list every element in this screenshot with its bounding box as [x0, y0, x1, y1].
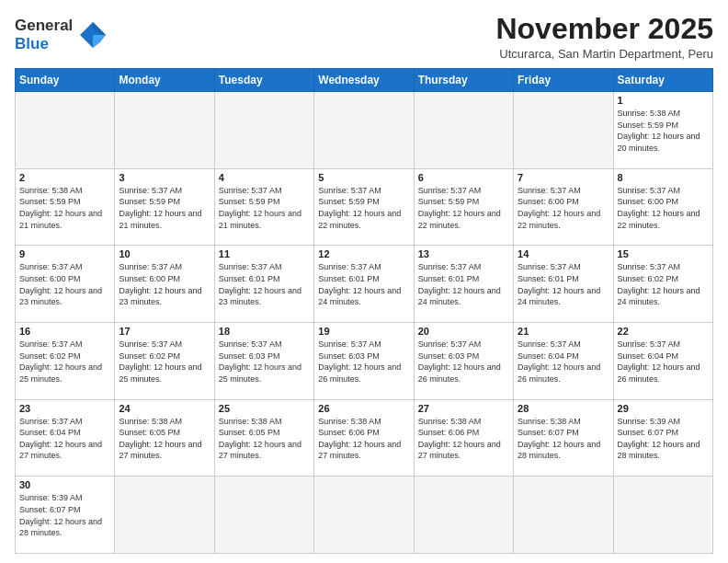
calendar-cell: 12Sunrise: 5:37 AM Sunset: 6:01 PM Dayli…: [314, 246, 414, 323]
logo-general: General: [15, 17, 73, 34]
calendar-week-row: 1Sunrise: 5:38 AM Sunset: 5:59 PM Daylig…: [16, 92, 713, 169]
day-number: 18: [219, 326, 310, 337]
calendar-cell: [214, 92, 313, 169]
day-info: Sunrise: 5:37 AM Sunset: 6:01 PM Dayligh…: [518, 261, 609, 307]
header: General Blue November 2025 Utcurarca, Sa…: [15, 13, 713, 61]
day-info: Sunrise: 5:38 AM Sunset: 6:05 PM Dayligh…: [219, 416, 310, 462]
day-info: Sunrise: 5:37 AM Sunset: 6:00 PM Dayligh…: [618, 185, 709, 231]
calendar-cell: 8Sunrise: 5:37 AM Sunset: 6:00 PM Daylig…: [613, 168, 712, 246]
day-number: 29: [618, 403, 709, 414]
calendar-cell: 11Sunrise: 5:37 AM Sunset: 6:01 PM Dayli…: [214, 246, 313, 323]
day-number: 1: [618, 95, 709, 106]
calendar-cell: 27Sunrise: 5:38 AM Sunset: 6:06 PM Dayli…: [414, 399, 513, 477]
day-number: 20: [418, 326, 509, 337]
day-info: Sunrise: 5:37 AM Sunset: 6:04 PM Dayligh…: [19, 416, 110, 462]
day-info: Sunrise: 5:37 AM Sunset: 5:59 PM Dayligh…: [219, 185, 310, 231]
day-number: 30: [19, 479, 110, 490]
day-info: Sunrise: 5:37 AM Sunset: 6:00 PM Dayligh…: [19, 261, 110, 307]
calendar-cell: 21Sunrise: 5:37 AM Sunset: 6:04 PM Dayli…: [514, 323, 613, 400]
day-number: 11: [219, 248, 310, 259]
svg-marker-2: [93, 35, 106, 48]
day-number: 6: [418, 172, 509, 183]
calendar-cell: 17Sunrise: 5:37 AM Sunset: 6:02 PM Dayli…: [115, 323, 214, 400]
calendar-week-row: 9Sunrise: 5:37 AM Sunset: 6:00 PM Daylig…: [16, 246, 713, 323]
day-info: Sunrise: 5:37 AM Sunset: 6:02 PM Dayligh…: [19, 339, 110, 385]
day-info: Sunrise: 5:37 AM Sunset: 6:00 PM Dayligh…: [119, 261, 210, 307]
day-number: 16: [19, 326, 110, 337]
calendar-cell: [514, 92, 613, 169]
calendar-cell: [314, 92, 414, 169]
calendar-cell: 2Sunrise: 5:38 AM Sunset: 5:59 PM Daylig…: [16, 168, 115, 246]
calendar-week-row: 23Sunrise: 5:37 AM Sunset: 6:04 PM Dayli…: [16, 399, 713, 477]
day-info: Sunrise: 5:39 AM Sunset: 6:07 PM Dayligh…: [19, 492, 110, 538]
day-number: 19: [318, 326, 409, 337]
calendar-cell: [115, 92, 214, 169]
day-header-tuesday: Tuesday: [214, 69, 313, 92]
day-info: Sunrise: 5:37 AM Sunset: 6:03 PM Dayligh…: [418, 339, 509, 385]
calendar-cell: 13Sunrise: 5:37 AM Sunset: 6:01 PM Dayli…: [414, 246, 513, 323]
day-number: 28: [518, 403, 609, 414]
day-info: Sunrise: 5:38 AM Sunset: 6:06 PM Dayligh…: [318, 416, 409, 462]
day-number: 22: [618, 326, 709, 337]
day-number: 7: [518, 172, 609, 183]
day-info: Sunrise: 5:37 AM Sunset: 6:00 PM Dayligh…: [518, 185, 609, 231]
calendar-cell: 4Sunrise: 5:37 AM Sunset: 5:59 PM Daylig…: [214, 168, 313, 246]
calendar-cell: [514, 477, 613, 554]
calendar-cell: 22Sunrise: 5:37 AM Sunset: 6:04 PM Dayli…: [613, 323, 712, 400]
logo: General Blue: [15, 17, 109, 52]
day-header-saturday: Saturday: [613, 69, 712, 92]
calendar-cell: 6Sunrise: 5:37 AM Sunset: 5:59 PM Daylig…: [414, 168, 513, 246]
day-number: 9: [19, 248, 110, 259]
calendar-cell: 3Sunrise: 5:37 AM Sunset: 5:59 PM Daylig…: [115, 168, 214, 246]
day-number: 4: [219, 172, 310, 183]
calendar-cell: 15Sunrise: 5:37 AM Sunset: 6:02 PM Dayli…: [613, 246, 712, 323]
logo-icon: [76, 18, 109, 52]
day-info: Sunrise: 5:37 AM Sunset: 6:02 PM Dayligh…: [618, 261, 709, 307]
title-block: November 2025 Utcurarca, San Martin Depa…: [495, 13, 713, 61]
calendar-header-row: SundayMondayTuesdayWednesdayThursdayFrid…: [16, 69, 713, 92]
calendar-cell: 16Sunrise: 5:37 AM Sunset: 6:02 PM Dayli…: [16, 323, 115, 400]
day-info: Sunrise: 5:38 AM Sunset: 6:07 PM Dayligh…: [518, 416, 609, 462]
day-header-friday: Friday: [514, 69, 613, 92]
day-info: Sunrise: 5:37 AM Sunset: 5:59 PM Dayligh…: [418, 185, 509, 231]
calendar-cell: [214, 477, 313, 554]
calendar-cell: 5Sunrise: 5:37 AM Sunset: 5:59 PM Daylig…: [314, 168, 414, 246]
calendar-cell: 7Sunrise: 5:37 AM Sunset: 6:00 PM Daylig…: [514, 168, 613, 246]
calendar-cell: 1Sunrise: 5:38 AM Sunset: 5:59 PM Daylig…: [613, 92, 712, 169]
day-header-monday: Monday: [115, 69, 214, 92]
day-info: Sunrise: 5:37 AM Sunset: 6:04 PM Dayligh…: [618, 339, 709, 385]
month-title: November 2025: [495, 13, 713, 45]
day-number: 26: [318, 403, 409, 414]
day-number: 24: [119, 403, 210, 414]
calendar-cell: [414, 477, 513, 554]
day-info: Sunrise: 5:37 AM Sunset: 6:01 PM Dayligh…: [219, 261, 310, 307]
day-number: 8: [618, 172, 709, 183]
day-info: Sunrise: 5:37 AM Sunset: 6:02 PM Dayligh…: [119, 339, 210, 385]
calendar-cell: 28Sunrise: 5:38 AM Sunset: 6:07 PM Dayli…: [514, 399, 613, 477]
day-info: Sunrise: 5:38 AM Sunset: 6:06 PM Dayligh…: [418, 416, 509, 462]
day-number: 13: [418, 248, 509, 259]
calendar-cell: 29Sunrise: 5:39 AM Sunset: 6:07 PM Dayli…: [613, 399, 712, 477]
day-number: 23: [19, 403, 110, 414]
calendar-cell: 23Sunrise: 5:37 AM Sunset: 6:04 PM Dayli…: [16, 399, 115, 477]
day-number: 15: [618, 248, 709, 259]
day-number: 14: [518, 248, 609, 259]
day-info: Sunrise: 5:37 AM Sunset: 6:03 PM Dayligh…: [318, 339, 409, 385]
day-number: 25: [219, 403, 310, 414]
calendar-cell: 26Sunrise: 5:38 AM Sunset: 6:06 PM Dayli…: [314, 399, 414, 477]
calendar-cell: [16, 92, 115, 169]
day-header-wednesday: Wednesday: [314, 69, 414, 92]
day-info: Sunrise: 5:37 AM Sunset: 5:59 PM Dayligh…: [318, 185, 409, 231]
day-info: Sunrise: 5:39 AM Sunset: 6:07 PM Dayligh…: [618, 416, 709, 462]
day-number: 12: [318, 248, 409, 259]
calendar-cell: 20Sunrise: 5:37 AM Sunset: 6:03 PM Dayli…: [414, 323, 513, 400]
day-info: Sunrise: 5:37 AM Sunset: 6:01 PM Dayligh…: [318, 261, 409, 307]
calendar-cell: 30Sunrise: 5:39 AM Sunset: 6:07 PM Dayli…: [16, 477, 115, 554]
calendar-week-row: 16Sunrise: 5:37 AM Sunset: 6:02 PM Dayli…: [16, 323, 713, 400]
day-info: Sunrise: 5:37 AM Sunset: 6:03 PM Dayligh…: [219, 339, 310, 385]
day-header-sunday: Sunday: [16, 69, 115, 92]
day-header-thursday: Thursday: [414, 69, 513, 92]
day-info: Sunrise: 5:38 AM Sunset: 5:59 PM Dayligh…: [618, 108, 709, 154]
calendar-cell: 18Sunrise: 5:37 AM Sunset: 6:03 PM Dayli…: [214, 323, 313, 400]
calendar-cell: 24Sunrise: 5:38 AM Sunset: 6:05 PM Dayli…: [115, 399, 214, 477]
